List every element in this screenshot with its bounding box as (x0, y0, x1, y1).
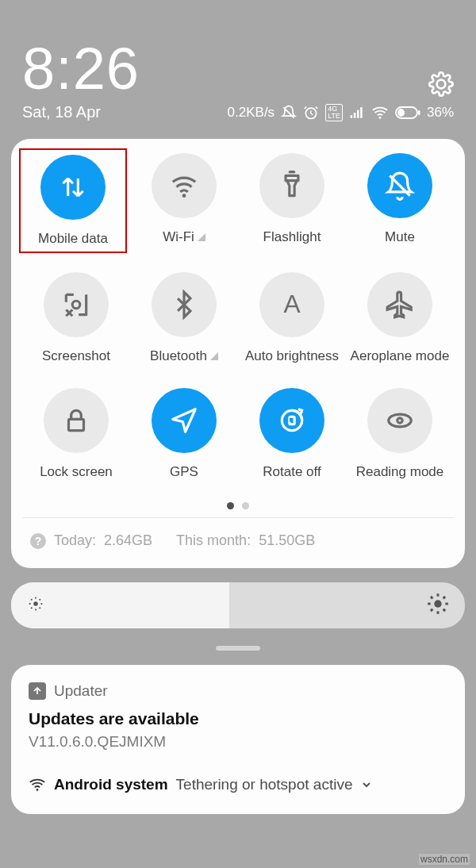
android-system-name: Android system (54, 776, 168, 793)
toggle-label: GPS (170, 464, 198, 480)
date-label: Sat, 18 Apr (22, 103, 101, 121)
reading-icon[interactable] (367, 388, 432, 453)
usage-month-label: This month: (176, 532, 251, 549)
status-bar: 8:26 Sat, 18 Apr 0.2KB/s 4GLTE 36% (0, 0, 476, 131)
dnd-icon (281, 105, 297, 121)
usage-today-label: Today: (54, 532, 96, 549)
flashlight-icon[interactable] (259, 153, 324, 218)
svg-line-26 (431, 597, 432, 598)
updater-title: Updates are available (29, 709, 447, 728)
rotate-icon[interactable] (259, 388, 324, 453)
toggle-bluetooth[interactable]: Bluetooth (130, 272, 238, 364)
page-dot-1[interactable] (227, 502, 234, 509)
settings-gear-icon[interactable] (428, 71, 454, 97)
svg-line-17 (31, 599, 32, 600)
signal-icon (349, 105, 365, 121)
alarm-icon (303, 105, 319, 121)
expand-chevron-icon[interactable] (210, 352, 218, 360)
toggle-rotate[interactable]: Rotate off (238, 388, 346, 480)
svg-line-18 (40, 608, 40, 609)
toggle-label: Reading mode (356, 464, 444, 480)
toggle-label: Wi-Fi (163, 229, 205, 245)
status-icons: 0.2KB/s 4GLTE 36% (228, 104, 454, 121)
svg-rect-3 (397, 109, 405, 117)
page-indicator (22, 502, 454, 509)
toggle-label: Auto brightness (245, 348, 339, 364)
hotspot-icon (29, 776, 46, 793)
data-icon[interactable] (40, 155, 106, 220)
toggle-label: Screenshot (42, 348, 110, 364)
brightness-slider[interactable] (11, 582, 465, 628)
toggle-wifi[interactable]: Wi-Fi (130, 153, 238, 248)
toggle-label: Mute (385, 229, 415, 245)
chevron-down-icon (360, 778, 373, 791)
toggle-label: Lock screen (40, 464, 113, 480)
toggle-label: Bluetooth (150, 348, 218, 364)
brightness-high-icon (427, 593, 449, 618)
updater-app-icon (29, 682, 46, 700)
svg-rect-7 (69, 419, 84, 430)
svg-point-10 (389, 414, 412, 427)
svg-point-1 (379, 117, 382, 119)
toggle-label: Mobile data (38, 231, 108, 247)
bluetooth-icon[interactable] (152, 272, 217, 337)
data-usage-row[interactable]: ? Today: 2.64GB This month: 51.50GB (22, 518, 454, 557)
svg-point-21 (434, 600, 441, 607)
toggle-screenshot[interactable]: Screenshot (22, 272, 130, 364)
toggle-label: Rotate off (263, 464, 321, 480)
network-speed: 0.2KB/s (228, 105, 275, 121)
clock-time: 8:26 (22, 40, 454, 98)
info-icon: ? (30, 533, 46, 549)
svg-line-20 (40, 599, 40, 600)
battery-percent: 36% (427, 105, 454, 121)
svg-point-5 (182, 194, 186, 198)
brightness-low-icon (27, 595, 44, 616)
airplane-icon[interactable] (367, 272, 432, 337)
wifi-status-icon (371, 104, 389, 121)
svg-rect-4 (418, 110, 420, 115)
page-dot-2[interactable] (242, 502, 249, 509)
toggle-label: Flashlight (263, 229, 321, 245)
toggle-data[interactable]: Mobile data (19, 148, 127, 253)
battery-icon (395, 106, 420, 119)
toggle-label: Aeroplane mode (351, 348, 450, 364)
svg-point-30 (36, 789, 39, 791)
notification-card[interactable]: Updater Updates are available V11.0.6.0.… (11, 665, 465, 814)
toggle-auto-bright[interactable]: AAuto brightness (238, 272, 346, 364)
svg-line-28 (431, 609, 432, 611)
lock-icon[interactable] (44, 388, 109, 453)
gps-icon[interactable] (152, 388, 217, 453)
svg-line-27 (443, 609, 445, 611)
toggle-gps[interactable]: GPS (130, 388, 238, 480)
auto-bright-icon[interactable]: A (259, 272, 324, 337)
toggle-lock[interactable]: Lock screen (22, 388, 130, 480)
quick-settings-panel: Mobile dataWi-FiFlashlightMuteScreenshot… (11, 139, 465, 568)
toggle-mute[interactable]: Mute (346, 153, 454, 248)
wifi-icon[interactable] (152, 153, 217, 218)
toggle-reading[interactable]: Reading mode (346, 388, 454, 480)
expand-chevron-icon[interactable] (198, 233, 205, 241)
usage-today-value: 2.64GB (104, 532, 152, 549)
drag-handle[interactable] (216, 646, 260, 651)
updater-version: V11.0.6.0.QEJMIXM (29, 733, 447, 751)
lte-icon: 4GLTE (325, 104, 343, 121)
mute-icon[interactable] (367, 153, 432, 218)
usage-month-value: 51.50GB (259, 532, 315, 549)
svg-line-29 (443, 597, 445, 598)
svg-point-12 (33, 601, 38, 606)
toggle-flashlight[interactable]: Flashlight (238, 153, 346, 248)
svg-point-11 (397, 418, 402, 423)
toggle-airplane[interactable]: Aeroplane mode (346, 272, 454, 364)
screenshot-icon[interactable] (44, 272, 109, 337)
android-system-text: Tethering or hotspot active (176, 776, 353, 793)
svg-text:A: A (283, 290, 301, 318)
svg-line-19 (31, 608, 32, 609)
updater-app-name: Updater (54, 682, 108, 700)
watermark: wsxdn.com (419, 854, 470, 865)
android-system-row[interactable]: Android system Tethering or hotspot acti… (29, 776, 447, 793)
